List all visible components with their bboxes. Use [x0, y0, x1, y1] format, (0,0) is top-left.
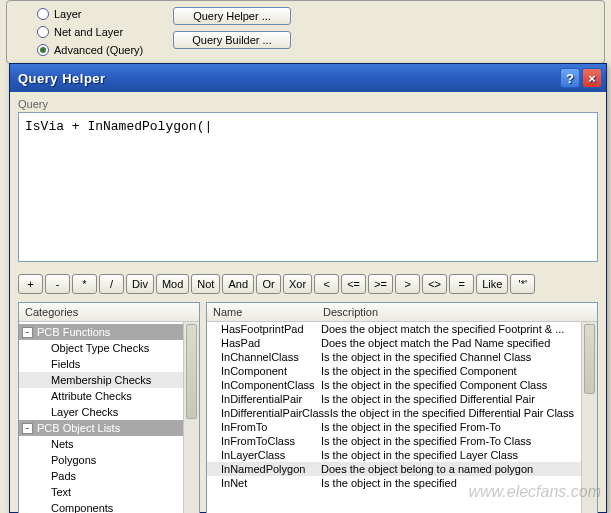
op-button-8[interactable]: Or — [256, 274, 281, 294]
op-button-10[interactable]: < — [314, 274, 339, 294]
table-row[interactable]: InChannelClassIs the object in the speci… — [207, 350, 597, 364]
tree-group-header[interactable]: -PCB Functions — [19, 324, 199, 340]
row-name: InNamedPolygon — [211, 463, 321, 475]
radio-label: Net and Layer — [54, 26, 123, 38]
help-button[interactable]: ? — [560, 68, 580, 88]
query-helper-button[interactable]: Query Helper ... — [173, 7, 291, 25]
row-desc: Is the object in the specified Component — [321, 365, 593, 377]
query-input[interactable] — [18, 112, 598, 262]
dialog-title: Query Helper — [18, 71, 560, 86]
functions-header: Name Description — [207, 303, 597, 322]
row-desc: Is the object in the specified Component… — [321, 379, 593, 391]
tree-item[interactable]: Text — [19, 484, 199, 500]
tree-group-header[interactable]: -PCB Object Lists — [19, 420, 199, 436]
radio-label: Advanced (Query) — [54, 44, 143, 56]
radio-net-and-layer[interactable]: Net and Layer — [37, 23, 173, 41]
tree-item[interactable]: Pads — [19, 468, 199, 484]
op-button-7[interactable]: And — [222, 274, 254, 294]
column-desc-header[interactable]: Description — [323, 306, 591, 318]
tree-item[interactable]: Fields — [19, 356, 199, 372]
scope-radio-group: Layer Net and Layer Advanced (Query) — [37, 5, 173, 59]
query-builder-button[interactable]: Query Builder ... — [173, 31, 291, 49]
table-row[interactable]: InDifferentialPairIs the object in the s… — [207, 392, 597, 406]
row-name: InLayerClass — [211, 449, 321, 461]
row-desc: Is the object in the specified Channel C… — [321, 351, 593, 363]
query-helper-dialog: Query Helper ? × Query +-*/DivModNotAndO… — [9, 63, 607, 513]
query-label: Query — [18, 98, 598, 110]
table-row[interactable]: InFromToIs the object in the specified F… — [207, 420, 597, 434]
tree-group-label: PCB Object Lists — [37, 422, 120, 434]
op-button-17[interactable]: '*' — [510, 274, 535, 294]
scrollbar-thumb[interactable] — [186, 324, 197, 419]
table-row[interactable]: InComponentIs the object in the specifie… — [207, 364, 597, 378]
row-desc: Is the object in the specified From-To — [321, 421, 593, 433]
categories-panel: Categories -PCB FunctionsObject Type Che… — [18, 302, 200, 513]
tree-item[interactable]: Polygons — [19, 452, 199, 468]
op-button-5[interactable]: Mod — [156, 274, 189, 294]
radio-icon — [37, 8, 49, 20]
op-button-1[interactable]: - — [45, 274, 70, 294]
table-row[interactable]: InNamedPolygonDoes the object belong to … — [207, 462, 597, 476]
radio-label: Layer — [54, 8, 82, 20]
tree-item[interactable]: Object Type Checks — [19, 340, 199, 356]
row-desc: Does the object match the Pad Name speci… — [321, 337, 593, 349]
row-name: InComponent — [211, 365, 321, 377]
op-button-14[interactable]: <> — [422, 274, 447, 294]
scrollbar-thumb[interactable] — [584, 324, 595, 394]
scope-button-column: Query Helper ... Query Builder ... — [173, 5, 291, 49]
op-button-4[interactable]: Div — [126, 274, 154, 294]
dialog-titlebar[interactable]: Query Helper ? × — [10, 64, 606, 92]
row-name: InFromToClass — [211, 435, 321, 447]
radio-icon — [37, 26, 49, 38]
tree-item[interactable]: Layer Checks — [19, 404, 199, 420]
tree-item[interactable]: Nets — [19, 436, 199, 452]
table-row[interactable]: InFromToClassIs the object in the specif… — [207, 434, 597, 448]
close-button[interactable]: × — [582, 68, 602, 88]
row-name: InFromTo — [211, 421, 321, 433]
op-button-2[interactable]: * — [72, 274, 97, 294]
table-row[interactable]: HasFootprintPadDoes the object match the… — [207, 322, 597, 336]
table-row[interactable]: InNetIs the object in the specified — [207, 476, 597, 490]
scrollbar[interactable] — [581, 322, 597, 513]
op-button-3[interactable]: / — [99, 274, 124, 294]
functions-panel: Name Description HasFootprintPadDoes the… — [206, 302, 598, 513]
collapse-icon[interactable]: - — [22, 327, 33, 338]
column-name-header[interactable]: Name — [213, 306, 323, 318]
row-desc: Is the object in the specified Layer Cla… — [321, 449, 593, 461]
row-name: InComponentClass — [211, 379, 321, 391]
op-button-11[interactable]: <= — [341, 274, 366, 294]
categories-header[interactable]: Categories — [19, 303, 199, 322]
operator-toolbar: +-*/DivModNotAndOrXor<<=>=><>=Like'*' — [18, 274, 598, 294]
tree-item[interactable]: Components — [19, 500, 199, 513]
row-desc: Is the object in the specified Different… — [321, 393, 593, 405]
row-name: HasPad — [211, 337, 321, 349]
row-desc: Is the object in the specified From-To C… — [321, 435, 593, 447]
functions-list: HasFootprintPadDoes the object match the… — [207, 322, 597, 490]
categories-tree: -PCB FunctionsObject Type ChecksFieldsMe… — [19, 322, 199, 513]
op-button-6[interactable]: Not — [191, 274, 220, 294]
radio-icon — [37, 44, 49, 56]
table-row[interactable]: InDifferentialPairClassIs the object in … — [207, 406, 597, 420]
row-desc: Does the object belong to a named polygo… — [321, 463, 593, 475]
row-desc: Is the object in the specified — [321, 477, 593, 489]
dialog-body: Query +-*/DivModNotAndOrXor<<=>=><>=Like… — [10, 92, 606, 513]
collapse-icon[interactable]: - — [22, 423, 33, 434]
op-button-12[interactable]: >= — [368, 274, 393, 294]
row-name: InChannelClass — [211, 351, 321, 363]
categories-header-label: Categories — [25, 306, 78, 318]
table-row[interactable]: InLayerClassIs the object in the specifi… — [207, 448, 597, 462]
row-desc: Is the object in the specified Different… — [330, 407, 593, 419]
op-button-13[interactable]: > — [395, 274, 420, 294]
tree-item[interactable]: Membership Checks — [19, 372, 199, 388]
op-button-16[interactable]: Like — [476, 274, 508, 294]
row-name: HasFootprintPad — [211, 323, 321, 335]
op-button-15[interactable]: = — [449, 274, 474, 294]
op-button-0[interactable]: + — [18, 274, 43, 294]
op-button-9[interactable]: Xor — [283, 274, 312, 294]
table-row[interactable]: InComponentClassIs the object in the spe… — [207, 378, 597, 392]
scrollbar[interactable] — [183, 322, 199, 513]
tree-item[interactable]: Attribute Checks — [19, 388, 199, 404]
table-row[interactable]: HasPadDoes the object match the Pad Name… — [207, 336, 597, 350]
radio-layer[interactable]: Layer — [37, 5, 173, 23]
radio-advanced-query[interactable]: Advanced (Query) — [37, 41, 173, 59]
